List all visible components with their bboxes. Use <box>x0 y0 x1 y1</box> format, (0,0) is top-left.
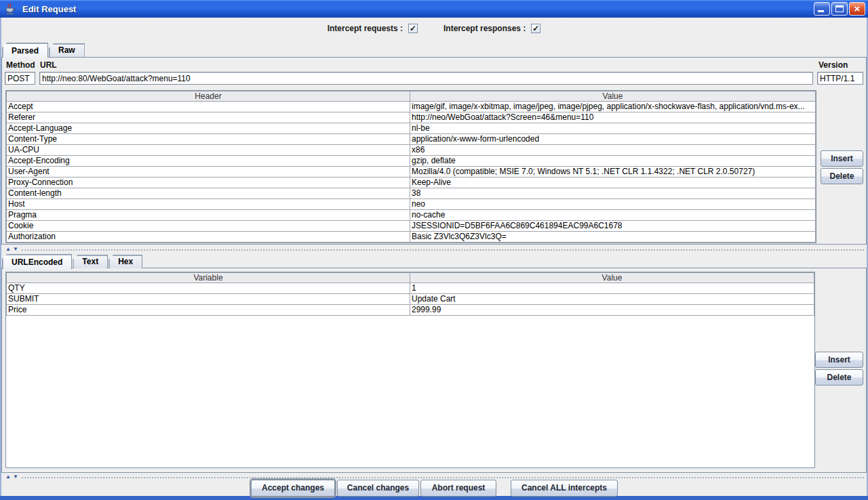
tab-raw[interactable]: Raw <box>49 43 85 57</box>
table-cell[interactable]: no-cache <box>410 210 816 221</box>
params-delete-button[interactable]: Delete <box>815 369 863 386</box>
cancel-changes-button[interactable]: Cancel changes <box>337 480 419 497</box>
headers-table: Header Value Acceptimage/gif, image/x-xb… <box>6 91 816 243</box>
window-title: Edit Request <box>22 4 76 14</box>
table-row: AuthorizationBasic Z3Vlc3Q6Z3Vlc3Q= <box>7 232 816 243</box>
headers-delete-button[interactable]: Delete <box>821 168 863 184</box>
table-cell[interactable]: Authorization <box>7 232 410 243</box>
divider-collapse-up-icon[interactable]: ▲ <box>5 474 11 480</box>
params-table: Variable Value QTY1SUBMITUpdate CartPric… <box>6 272 814 316</box>
request-tab-bar: Parsed Raw <box>2 42 85 57</box>
table-row: Accept-Encodinggzip, deflate <box>7 156 816 167</box>
table-cell[interactable]: Referer <box>7 112 410 123</box>
table-row: CookieJSESSIONID=D5BF6FAA6C869C461894EAC… <box>7 221 816 232</box>
minimize-icon <box>818 10 824 12</box>
maximize-icon <box>835 5 844 12</box>
table-cell[interactable]: Accept <box>7 102 410 112</box>
table-cell[interactable]: JSESSIONID=D5BF6FAA6C869C461894EAC99A6C1… <box>410 221 816 232</box>
cancel-all-intercepts-button[interactable]: Cancel ALL intercepts <box>511 480 618 497</box>
table-cell[interactable]: gzip, deflate <box>410 156 816 167</box>
headers-table-scrollpane: Header Value Acceptimage/gif, image/x-xb… <box>5 90 816 243</box>
divider-collapse-down-icon[interactable]: ▼ <box>13 247 18 252</box>
value-column-title: Value <box>410 91 816 102</box>
intercept-responses-checkbox[interactable]: ✓ <box>531 24 540 33</box>
table-row: Content-length38 <box>7 188 816 199</box>
title-bar: Edit Request × <box>0 0 868 18</box>
divider-grip[interactable] <box>21 248 865 251</box>
table-cell[interactable]: Cookie <box>7 221 410 232</box>
divider-collapse-down-icon[interactable]: ▼ <box>13 474 18 480</box>
table-row: User-AgentMozilla/4.0 (compatible; MSIE … <box>7 167 816 178</box>
method-input[interactable] <box>5 72 35 85</box>
version-label: Version <box>818 60 848 70</box>
table-row: Price2999.99 <box>7 305 814 316</box>
table-row: Content-Typeapplication/x-www-form-urlen… <box>7 134 816 145</box>
table-cell[interactable]: 38 <box>410 188 816 199</box>
table-row: SUBMITUpdate Cart <box>7 294 814 305</box>
table-cell[interactable]: 2999.99 <box>410 305 814 316</box>
split-divider-top[interactable]: ▲ ▼ <box>1 245 867 253</box>
table-cell[interactable]: Update Cart <box>410 294 814 305</box>
table-cell[interactable]: Price <box>7 305 410 316</box>
minimize-button[interactable] <box>814 2 830 16</box>
table-cell[interactable]: Content-length <box>7 188 410 199</box>
intercept-requests-label: Intercept requests : <box>328 24 403 33</box>
table-row: Acceptimage/gif, image/x-xbitmap, image/… <box>7 102 816 112</box>
intercept-options-row: Intercept requests : ✓ Intercept respons… <box>0 21 868 36</box>
tab-text[interactable]: Text <box>73 255 108 268</box>
table-cell[interactable]: image/gif, image/x-xbitmap, image/jpeg, … <box>410 102 816 112</box>
params-table-scrollpane: Variable Value QTY1SUBMITUpdate CartPric… <box>5 272 815 468</box>
headers-insert-button[interactable]: Insert <box>821 150 863 167</box>
intercept-requests-checkbox[interactable]: ✓ <box>408 24 418 33</box>
divider-grip[interactable] <box>21 476 865 478</box>
table-cell[interactable]: SUBMIT <box>7 294 410 305</box>
table-cell[interactable]: Host <box>7 199 410 210</box>
divider-collapse-up-icon[interactable]: ▲ <box>5 247 11 252</box>
version-input[interactable] <box>817 72 863 85</box>
table-cell[interactable]: Accept-Language <box>7 123 410 134</box>
table-cell[interactable]: Keep-Alive <box>410 178 816 188</box>
variable-column-title: Variable <box>7 273 410 283</box>
table-cell[interactable]: Accept-Encoding <box>7 156 410 167</box>
table-cell[interactable]: neo <box>410 199 816 210</box>
method-label: Method <box>6 60 35 70</box>
table-cell[interactable]: Pragma <box>7 210 410 221</box>
table-cell[interactable]: Mozilla/4.0 (compatible; MSIE 7.0; Windo… <box>410 167 816 178</box>
content-tab-bar: URLEncoded Text Hex <box>2 253 143 268</box>
table-row: UA-CPUx86 <box>7 145 816 156</box>
table-cell[interactable]: User-Agent <box>7 167 410 178</box>
table-cell[interactable]: nl-be <box>410 123 816 134</box>
table-cell[interactable]: x86 <box>410 145 816 156</box>
tab-parsed[interactable]: Parsed <box>2 43 48 58</box>
close-button[interactable]: × <box>849 2 865 16</box>
params-insert-button[interactable]: Insert <box>815 352 863 368</box>
table-cell[interactable]: QTY <box>7 283 410 294</box>
table-cell[interactable]: Content-Type <box>7 134 410 145</box>
table-row: Hostneo <box>7 199 816 210</box>
abort-request-button[interactable]: Abort request <box>420 480 496 497</box>
params-table-header-row: Variable Value <box>7 273 814 283</box>
close-icon: × <box>850 3 865 15</box>
headers-table-header-row: Header Value <box>7 91 816 102</box>
split-divider-bottom[interactable]: ▲ ▼ <box>1 474 867 480</box>
table-cell[interactable]: application/x-www-form-urlencoded <box>410 134 816 145</box>
header-column-title: Header <box>7 91 410 102</box>
table-cell[interactable]: Basic Z3Vlc3Q6Z3Vlc3Q= <box>410 232 816 243</box>
tab-hex[interactable]: Hex <box>108 255 142 268</box>
tab-urlencoded[interactable]: URLEncoded <box>2 254 72 269</box>
url-label: URL <box>40 60 57 70</box>
table-row: Refererhttp://neo/WebGoat/attack?Screen=… <box>7 112 816 123</box>
table-cell[interactable]: http://neo/WebGoat/attack?Screen=46&menu… <box>410 112 816 123</box>
url-input[interactable] <box>39 72 813 85</box>
parsed-request-panel: Method URL Version Header Value Acceptim… <box>1 57 867 245</box>
table-row: Pragmano-cache <box>7 210 816 221</box>
table-row: Proxy-ConnectionKeep-Alive <box>7 178 816 188</box>
accept-changes-button[interactable]: Accept changes <box>251 480 335 497</box>
maximize-button[interactable] <box>831 2 848 16</box>
table-cell[interactable]: UA-CPU <box>7 145 410 156</box>
table-cell[interactable]: 1 <box>410 283 814 294</box>
table-row: QTY1 <box>7 283 814 294</box>
table-cell[interactable]: Proxy-Connection <box>7 178 410 188</box>
urlencoded-content-panel: Variable Value QTY1SUBMITUpdate CartPric… <box>1 268 867 473</box>
table-row: Accept-Languagenl-be <box>7 123 816 134</box>
